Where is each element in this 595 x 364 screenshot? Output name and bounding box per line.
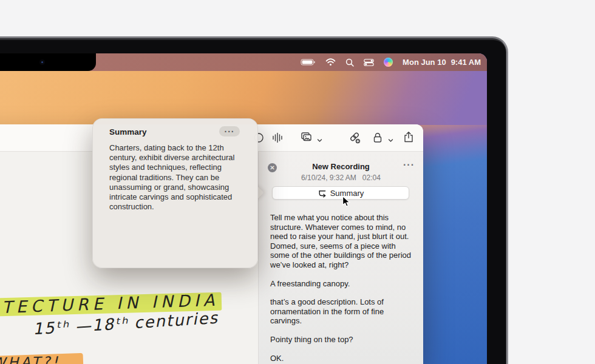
summary-popover: Summary ··· Charters, dating back to the… <box>92 118 258 268</box>
menu-bar-time: 9:41 AM <box>451 58 481 67</box>
more-options-icon[interactable]: ··· <box>219 126 240 136</box>
more-options-icon[interactable]: ··· <box>403 160 415 170</box>
control-center-icon[interactable] <box>364 59 374 66</box>
display-notch <box>0 53 96 71</box>
transcript-paragraph: OK. <box>270 354 414 363</box>
chevron-down-icon[interactable] <box>383 133 398 147</box>
popover-title: Summary <box>109 127 147 136</box>
audio-waveform-icon[interactable] <box>270 130 285 145</box>
facetime-camera <box>39 59 45 65</box>
macbook-screen: Mon Jun 10 9:41 AM <box>0 53 487 364</box>
summarize-icon <box>318 189 327 198</box>
battery-icon[interactable] <box>301 58 316 66</box>
transcript-paragraph: Pointy thing on the top? <box>270 335 414 345</box>
recording-title: New Recording <box>259 162 423 171</box>
summary-text: Charters, dating back to the 12th centur… <box>109 143 243 212</box>
share-icon[interactable] <box>401 130 416 144</box>
recording-duration: 02:04 <box>362 174 381 182</box>
recording-panel: ✕ New Recording ··· 6/10/24, 9:32 AM 02:… <box>258 152 423 364</box>
recording-meta: 6/10/24, 9:32 AM 02:04 <box>259 174 423 182</box>
add-link-icon[interactable] <box>347 130 362 145</box>
mouse-cursor-icon <box>341 195 352 208</box>
wifi-icon[interactable] <box>325 58 336 66</box>
note-bottom-fragment: WHAT?! <box>0 354 61 364</box>
menu-bar-date: Mon Jun 10 <box>403 58 446 67</box>
transcript-text: Tell me what you notice about this struc… <box>270 213 414 364</box>
spotlight-search-icon[interactable] <box>345 58 354 67</box>
chevron-down-icon[interactable] <box>312 133 327 147</box>
menu-bar-clock[interactable]: Mon Jun 10 9:41 AM <box>403 58 481 67</box>
recording-date: 6/10/24, 9:32 AM <box>301 174 356 182</box>
transcript-paragraph: A freestanding canopy. <box>270 279 414 289</box>
transcript-paragraph: Tell me what you notice about this struc… <box>270 213 414 270</box>
transcript-paragraph: that’s a good description. Lots of ornam… <box>270 297 414 326</box>
photos-media-icon[interactable] <box>299 130 313 144</box>
siri-icon[interactable] <box>384 58 393 67</box>
